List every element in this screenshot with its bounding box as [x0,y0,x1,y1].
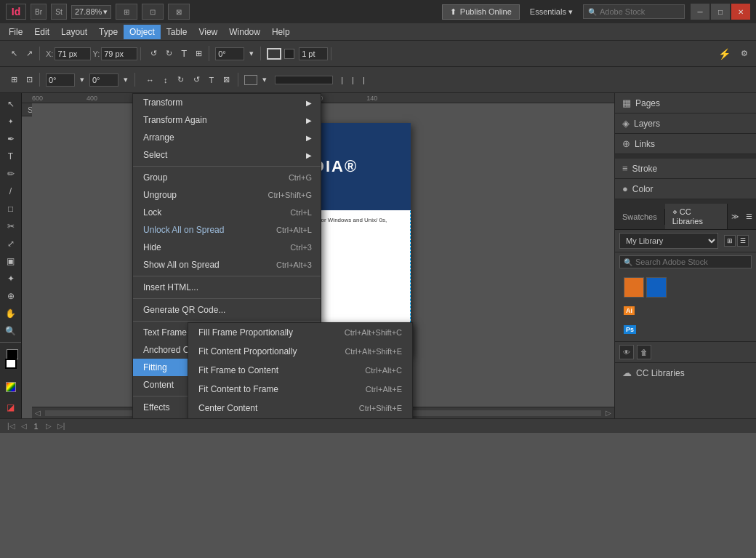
pages-panel-header[interactable]: ▦ Pages [615,93,756,113]
library-dropdown[interactable]: My Library [619,233,718,249]
toolbar2-stroke-dropdown[interactable]: ▾ [259,73,270,87]
rotate-cw[interactable]: ↻ [162,47,176,60]
toolbar2-btn1[interactable]: ⊞ [7,73,21,87]
menu-edit[interactable]: Edit [28,25,55,39]
menu-help[interactable]: Help [266,25,296,39]
prev-page-btn[interactable]: ◁ [20,422,28,430]
menu-select[interactable]: Select ▶ [133,146,321,164]
essentials-button[interactable]: Essentials ▾ [526,5,577,19]
tool-selection[interactable]: ↖ [2,96,20,112]
x-input[interactable] [55,47,91,60]
minimize-button[interactable]: ─ [691,4,709,20]
search-box[interactable]: 🔍 Adobe Stock [583,4,685,19]
toolbar2-input1[interactable] [46,73,75,87]
menu-lock[interactable]: Lock Ctrl+L [133,204,321,221]
toolbar2-wrap[interactable]: ⊠ [220,73,233,87]
tool-scissors[interactable]: ✂ [2,218,20,234]
menu-transform-again[interactable]: Transform Again ▶ [133,111,321,129]
fitting-fit-content-proportional[interactable]: Fit Content Proportionally Ctrl+Alt+Shif… [188,342,412,361]
tool-pencil[interactable]: ✏ [2,166,20,182]
next-page-btn[interactable]: ▷ [44,422,53,430]
menu-unlock-spread[interactable]: Unlock All on Spread Ctrl+Alt+L [133,221,321,239]
fitting-fill-proportional[interactable]: Fill Frame Proportionally Ctrl+Alt+Shift… [188,323,412,342]
panel-trash-btn[interactable]: 🗑 [637,345,651,359]
tool-pen[interactable]: ✒ [2,131,20,147]
list-view-btn[interactable]: ☰ [737,235,749,247]
menu-transform[interactable]: Transform ▶ [133,94,321,111]
ps-thumb[interactable] [646,277,667,298]
stroke-color-swatch[interactable] [267,48,281,60]
toolbar2-dropdown1[interactable]: ▾ [76,73,88,87]
stroke-panel-header[interactable]: ≡ Stroke [615,159,756,178]
direct-select-tool[interactable]: ↗ [23,47,36,60]
menu-type[interactable]: Type [93,25,124,39]
menu-view[interactable]: View [193,25,223,39]
menu-insert-html[interactable]: Insert HTML... [133,279,321,296]
menu-file[interactable]: File [3,25,28,39]
zoom-control[interactable]: 27.88% ▾ [71,5,111,19]
y-input[interactable] [101,47,137,60]
panel-eye-btn[interactable]: 👁 [619,345,634,359]
stroke-width-input[interactable] [299,47,328,60]
tool-eyedropper[interactable]: ✦ [2,271,20,287]
stroke-align-left[interactable]: | [337,73,347,87]
tool-hand[interactable]: ✋ [2,306,20,322]
stroke-align-right[interactable]: | [359,73,369,87]
links-panel-header[interactable]: ⊕ Links [615,134,756,154]
menu-object[interactable]: Object [124,25,161,39]
align-tools[interactable]: ⊞ [192,47,206,60]
menu-hide[interactable]: Hide Ctrl+3 [133,239,321,256]
toolbar2-flip-v[interactable]: ↕ [160,73,172,87]
fitting-fit-frame-to-content[interactable]: Fit Frame to Content Ctrl+Alt+C [188,361,412,380]
workspace-arrange[interactable]: ⊞ [116,4,137,20]
fitting-fit-content-to-frame[interactable]: Fit Content to Frame Ctrl+Alt+E [188,380,412,399]
settings-gear[interactable]: ⚙ [737,46,752,62]
color-mode-apply[interactable] [6,382,16,392]
menu-qr-code[interactable]: Generate QR Code... [133,301,321,319]
fill-color-swatch[interactable] [284,49,294,59]
menu-table[interactable]: Table [161,25,193,39]
fill-swatch[interactable] [7,349,18,359]
toolbar2-type[interactable]: T [206,73,218,87]
menu-layout[interactable]: Layout [55,25,93,39]
menu-group[interactable]: Group Ctrl+G [133,169,321,186]
tool-free-transform[interactable]: ⤢ [2,236,20,252]
menu-show-spread[interactable]: Show All on Spread Ctrl+Alt+3 [133,256,321,274]
stock-search-box[interactable]: 🔍 [619,255,752,268]
menu-window[interactable]: Window [223,25,266,39]
selection-tool[interactable]: ↖ [7,47,21,60]
toolbar2-flip-h[interactable]: ↔ [142,73,158,87]
toolbar2-dropdown2[interactable]: ▾ [120,73,132,87]
panel-expand[interactable]: ≫ [728,210,742,223]
angle-input[interactable] [215,47,244,60]
fitting-center-content[interactable]: Center Content Ctrl+Shift+E [188,399,412,418]
screen-mode[interactable]: ⊠ [168,4,190,20]
toolbar2-btn2[interactable]: ⊡ [23,73,36,87]
angle-dropdown[interactable]: ▾ [246,47,257,60]
tool-rect[interactable]: □ [2,201,20,217]
menu-ungroup[interactable]: Ungroup Ctrl+Shift+G [133,186,321,204]
tool-gradient[interactable]: ▣ [2,253,20,269]
close-button[interactable]: ✕ [731,4,750,20]
tool-line[interactable]: / [2,183,20,199]
ai-thumb[interactable] [624,277,644,298]
last-page-btn[interactable]: ▷| [56,422,67,430]
stock-search-input[interactable] [635,258,747,266]
type-on-path[interactable]: T [177,46,190,61]
toolbar2-stroke-swatch[interactable] [244,75,257,85]
toolbar2-rotate-ccw[interactable]: ↺ [190,73,204,87]
tool-measure[interactable]: ⊕ [2,288,20,304]
stroke-swatch[interactable] [5,359,17,369]
tool-direct[interactable]: ✦ [2,113,20,129]
restore-button[interactable]: □ [711,4,730,20]
toolbar2-rotate-cw[interactable]: ↻ [174,73,188,87]
tool-text[interactable]: T [2,148,20,164]
rotate-ccw[interactable]: ↺ [147,47,161,60]
menu-arrange[interactable]: Arrange ▶ [133,129,321,146]
toolbar2-input2[interactable] [89,73,118,87]
tool-zoom[interactable]: 🔍 [2,323,20,339]
stroke-align-center[interactable]: | [348,73,358,87]
tab-swatches[interactable]: Swatches [615,209,665,225]
first-page-btn[interactable]: |◁ [6,422,17,430]
cc-libraries-header[interactable]: ☁ CC Libraries [615,362,756,383]
